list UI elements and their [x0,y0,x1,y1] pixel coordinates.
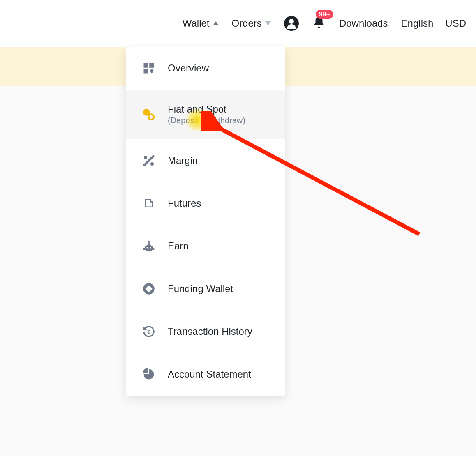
svg-point-13 [146,247,148,248]
divider [439,18,439,28]
wallet-nav[interactable]: Wallet [183,18,219,29]
menu-sublabel: (Deposit & Withdraw) [168,116,245,125]
menu-fiat-and-spot[interactable]: Fiat and Spot (Deposit & Withdraw) [126,90,285,139]
funding-icon [141,281,156,296]
svg-text:$: $ [147,329,150,335]
caret-up-icon [213,21,219,25]
menu-account-statement[interactable]: Account Statement [126,353,285,396]
svg-rect-1 [149,63,154,68]
menu-label: Margin [168,155,198,166]
notifications-button[interactable]: 99+ [312,16,326,31]
svg-point-5 [149,115,153,119]
downloads-label: Downloads [339,18,388,29]
caret-down-icon [265,21,271,25]
margin-icon [141,153,156,168]
svg-point-8 [144,245,153,251]
menu-funding-wallet[interactable]: Funding Wallet [126,267,285,310]
svg-point-14 [150,247,151,248]
svg-rect-12 [153,248,154,250]
menu-label: Fiat and Spot [168,104,245,115]
menu-earn[interactable]: Earn [126,225,285,267]
orders-nav[interactable]: Orders [232,18,271,29]
svg-point-7 [150,162,154,166]
top-nav: Wallet Orders 99+ Downloads English USD [0,0,476,47]
svg-rect-0 [144,63,148,68]
svg-rect-11 [143,248,145,250]
menu-label: Account Statement [168,368,251,380]
futures-icon [141,196,156,211]
menu-futures[interactable]: Futures [126,182,285,225]
account-icon[interactable] [284,16,299,31]
language-select[interactable]: English [401,18,434,29]
statement-icon [141,367,156,382]
earn-icon [141,239,156,253]
svg-point-10 [148,241,150,243]
menu-label: Futures [168,198,201,209]
menu-overview[interactable]: Overview [126,47,285,90]
wallet-dropdown: Overview Fiat and Spot (Deposit & Withdr… [126,47,285,396]
menu-label: Transaction History [168,326,252,337]
menu-label: Earn [168,240,189,252]
svg-point-6 [144,156,147,159]
history-icon: $ [141,324,156,339]
currency-select[interactable]: USD [445,18,466,29]
menu-margin[interactable]: Margin [126,139,285,182]
menu-label: Funding Wallet [168,283,233,295]
notification-badge: 99+ [316,10,333,19]
downloads-nav[interactable]: Downloads [339,18,388,29]
overview-icon [141,61,156,76]
lang-currency: English USD [401,18,466,29]
orders-label: Orders [232,18,262,29]
menu-transaction-history[interactable]: $ Transaction History [126,310,285,353]
menu-label: Overview [168,62,209,74]
svg-rect-2 [144,69,148,73]
fiat-spot-icon [141,107,156,122]
svg-rect-9 [148,243,150,245]
wallet-label: Wallet [183,18,210,29]
